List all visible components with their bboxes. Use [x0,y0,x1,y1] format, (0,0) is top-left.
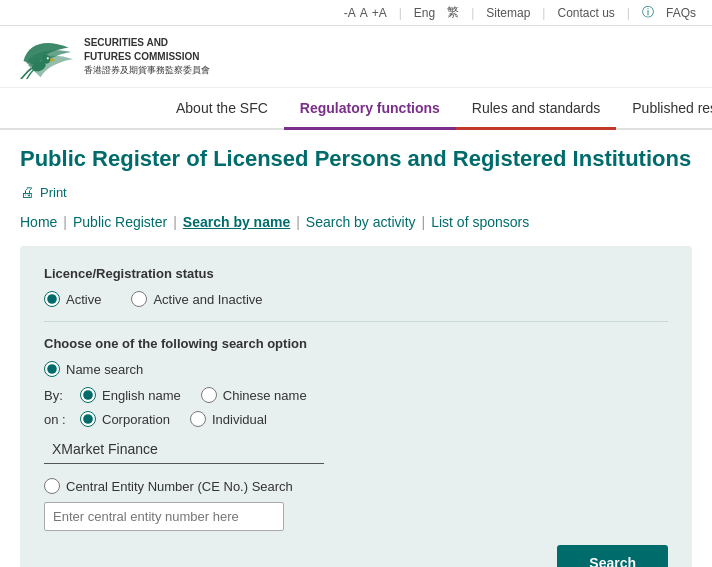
entity-radios: Corporation Individual [80,411,267,427]
by-label: By: [44,388,80,403]
corporation-radio[interactable] [80,411,96,427]
status-active-label: Active [66,292,101,307]
sep2: | [173,214,177,230]
sep4: | [422,214,426,230]
status-active-radio[interactable] [44,291,60,307]
font-large[interactable]: +A [372,6,387,20]
on-row: on : Corporation Individual [44,411,668,427]
individual-label: Individual [212,412,267,427]
breadcrumb-list-sponsors[interactable]: List of sponsors [431,214,529,230]
sitemap-link[interactable]: Sitemap [486,6,530,20]
page-title: Public Register of Licensed Persons and … [20,146,692,172]
search-button-row: Search [44,545,668,567]
corporation-option[interactable]: Corporation [80,411,170,427]
language-radios: English name Chinese name [80,387,307,403]
status-inactive-option[interactable]: Active and Inactive [131,291,262,307]
english-name-radio[interactable] [80,387,96,403]
breadcrumb-public-register[interactable]: Public Register [73,214,167,230]
divider4: | [627,6,630,20]
printer-icon: 🖨 [20,184,34,200]
breadcrumb: Home | Public Register | Search by name … [20,214,692,230]
print-link[interactable]: 🖨 Print [20,184,692,200]
top-bar: -A A +A | Eng 繁 | Sitemap | Contact us |… [0,0,712,26]
individual-radio[interactable] [190,411,206,427]
ce-number-radio[interactable] [44,478,60,494]
chinese-name-label: Chinese name [223,388,307,403]
breadcrumb-search-by-name[interactable]: Search by name [183,214,290,230]
breadcrumb-home[interactable]: Home [20,214,57,230]
section-divider [44,321,668,322]
name-search-label: Name search [66,362,143,377]
lang-chi[interactable]: 繁 [447,4,459,21]
search-option-label: Choose one of the following search optio… [44,336,668,351]
main-nav: About the SFC Regulatory functions Rules… [0,88,712,130]
sep3: | [296,214,300,230]
by-row: By: English name Chinese name [44,387,668,403]
svg-point-1 [42,55,51,64]
ce-number-option[interactable]: Central Entity Number (CE No.) Search [44,478,668,494]
svg-point-3 [47,57,49,59]
faqs-link[interactable]: FAQs [666,6,696,20]
chinese-name-option[interactable]: Chinese name [201,387,307,403]
on-label: on : [44,412,80,427]
name-search-option[interactable]: Name search [44,361,668,377]
sep1: | [63,214,67,230]
sfc-logo-bird [16,34,76,79]
nav-published[interactable]: Published resources [616,88,712,128]
header: SECURITIES AND FUTURES COMMISSION 香港證券及期… [0,26,712,88]
individual-option[interactable]: Individual [190,411,267,427]
contact-link[interactable]: Contact us [557,6,614,20]
font-mid[interactable]: A [360,6,368,20]
lang-eng[interactable]: Eng [414,6,435,20]
font-controls[interactable]: -A A +A [344,6,387,20]
font-small[interactable]: -A [344,6,356,20]
status-inactive-label: Active and Inactive [153,292,262,307]
ce-number-label: Central Entity Number (CE No.) Search [66,479,293,494]
status-radio-group: Active Active and Inactive [44,291,668,307]
status-inactive-radio[interactable] [131,291,147,307]
name-search-radio[interactable] [44,361,60,377]
search-button[interactable]: Search [557,545,668,567]
name-search-input[interactable] [44,435,324,464]
english-name-option[interactable]: English name [80,387,181,403]
ce-section: Central Entity Number (CE No.) Search [44,478,668,531]
nav-regulatory[interactable]: Regulatory functions [284,88,456,128]
print-label[interactable]: Print [40,185,67,200]
status-active-option[interactable]: Active [44,291,101,307]
search-option-section: Choose one of the following search optio… [44,336,668,464]
divider3: | [542,6,545,20]
faq-icon: ⓘ [642,4,654,21]
logo-area: SECURITIES AND FUTURES COMMISSION 香港證券及期… [16,34,216,79]
breadcrumb-search-by-activity[interactable]: Search by activity [306,214,416,230]
page-content: Public Register of Licensed Persons and … [0,130,712,567]
ce-number-input[interactable] [44,502,284,531]
divider1: | [399,6,402,20]
licence-status-label: Licence/Registration status [44,266,668,281]
english-name-label: English name [102,388,181,403]
nav-about[interactable]: About the SFC [160,88,284,128]
divider2: | [471,6,474,20]
nav-rules[interactable]: Rules and standards [456,88,616,128]
org-name: SECURITIES AND FUTURES COMMISSION 香港證券及期… [84,36,210,77]
corporation-label: Corporation [102,412,170,427]
chinese-name-radio[interactable] [201,387,217,403]
search-form-panel: Licence/Registration status Active Activ… [20,246,692,567]
